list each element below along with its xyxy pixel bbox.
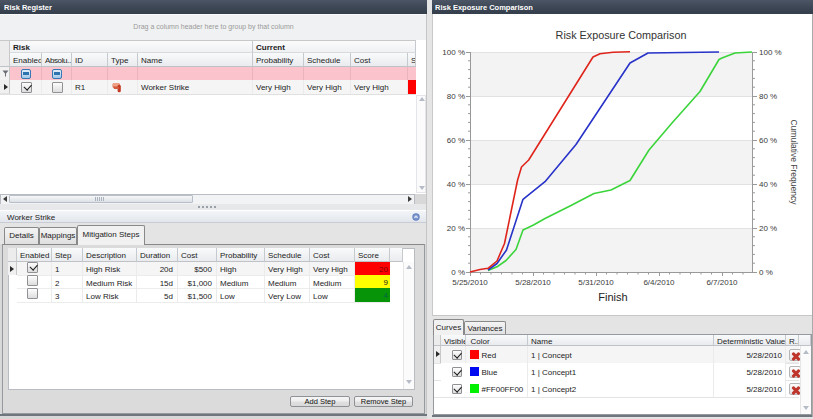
svg-text:80 %: 80 % — [447, 92, 465, 101]
svg-text:0 %: 0 % — [759, 268, 773, 277]
svg-text:5/28/2010: 5/28/2010 — [515, 278, 551, 287]
svg-text:20 %: 20 % — [447, 224, 465, 233]
svg-text:60 %: 60 % — [447, 136, 465, 145]
svg-text:6/7/2010: 6/7/2010 — [706, 278, 738, 287]
svg-text:20 %: 20 % — [759, 224, 777, 233]
svg-text:6/4/2010: 6/4/2010 — [643, 278, 675, 287]
svg-text:40 %: 40 % — [759, 180, 777, 189]
svg-text:Finish: Finish — [598, 291, 627, 303]
svg-text:100 %: 100 % — [759, 48, 782, 57]
svg-text:Risk Exposure Comparison: Risk Exposure Comparison — [556, 29, 687, 41]
svg-text:0 %: 0 % — [451, 268, 465, 277]
svg-text:Cumulative Frequency: Cumulative Frequency — [789, 119, 799, 205]
svg-text:80 %: 80 % — [759, 92, 777, 101]
svg-text:5/25/2010: 5/25/2010 — [452, 278, 488, 287]
svg-text:60 %: 60 % — [759, 136, 777, 145]
svg-text:40 %: 40 % — [447, 180, 465, 189]
svg-text:100 %: 100 % — [442, 48, 465, 57]
svg-text:5/31/2010: 5/31/2010 — [578, 278, 614, 287]
